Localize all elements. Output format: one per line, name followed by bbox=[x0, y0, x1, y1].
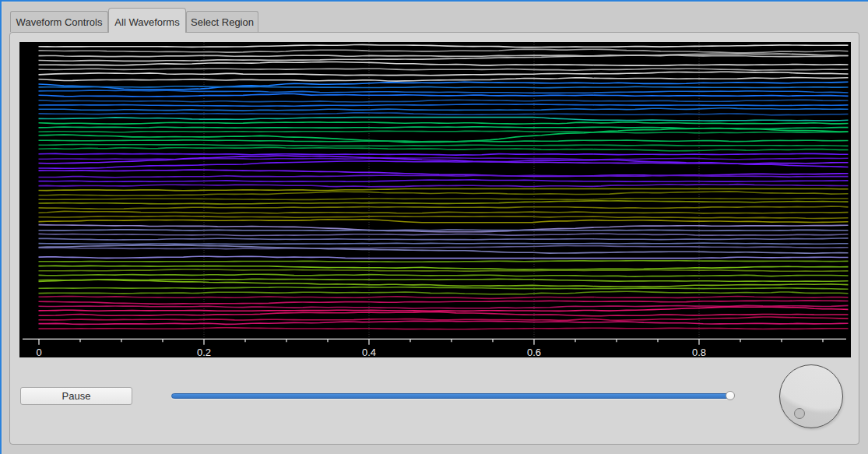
svg-text:0.4: 0.4 bbox=[362, 347, 376, 357]
svg-text:0.6: 0.6 bbox=[527, 347, 541, 357]
svg-text:0.2: 0.2 bbox=[197, 347, 211, 357]
svg-text:0.8: 0.8 bbox=[692, 347, 706, 357]
svg-text:0: 0 bbox=[36, 347, 41, 357]
